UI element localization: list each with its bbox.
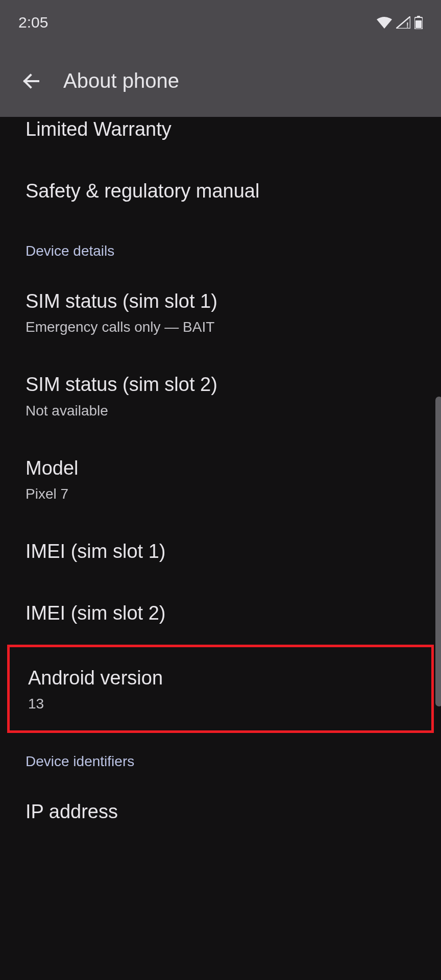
section-header-device-details: Device details	[26, 223, 415, 271]
item-title: SIM status (sim slot 1)	[26, 289, 415, 314]
scroll-indicator[interactable]	[435, 397, 441, 706]
item-title: Safety & regulatory manual	[26, 179, 415, 204]
list-item-sim-status-1[interactable]: SIM status (sim slot 1) Emergency calls …	[26, 271, 415, 354]
list-item-safety-manual[interactable]: Safety & regulatory manual	[26, 160, 415, 222]
item-title: IMEI (sim slot 1)	[26, 539, 415, 564]
list-item-sim-status-2[interactable]: SIM status (sim slot 2) Not available	[26, 354, 415, 437]
item-title: IMEI (sim slot 2)	[26, 601, 415, 626]
page-title: About phone	[63, 69, 179, 92]
status-time: 2:05	[18, 14, 48, 31]
item-title: SIM status (sim slot 2)	[26, 372, 415, 397]
item-title: Android version	[28, 666, 413, 691]
svg-rect-3	[415, 20, 422, 28]
item-subtitle: 13	[28, 696, 413, 712]
list-item-ip-address[interactable]: IP address	[26, 781, 415, 843]
battery-icon	[414, 16, 423, 29]
arrow-back-icon	[20, 71, 41, 91]
item-subtitle: Pixel 7	[26, 486, 415, 502]
item-subtitle: Not available	[26, 403, 415, 419]
list-item-imei-1[interactable]: IMEI (sim slot 1)	[26, 521, 415, 582]
status-icons: !	[377, 16, 423, 29]
section-header-device-identifiers: Device identifiers	[26, 733, 415, 781]
list-item-limited-warranty[interactable]: Limited Warranty	[26, 117, 415, 160]
app-bar: About phone	[0, 45, 441, 117]
item-title: Limited Warranty	[26, 117, 415, 142]
wifi-icon	[377, 16, 392, 29]
list-item-android-version[interactable]: Android version 13	[7, 645, 434, 733]
list-item-model[interactable]: Model Pixel 7	[26, 437, 415, 521]
list-item-imei-2[interactable]: IMEI (sim slot 2)	[26, 582, 415, 644]
signal-icon: !	[396, 16, 410, 29]
item-subtitle: Emergency calls only — BAIT	[26, 319, 415, 335]
content-list[interactable]: Limited Warranty Safety & regulatory man…	[0, 117, 441, 980]
item-title: Model	[26, 456, 415, 481]
svg-text:!: !	[406, 21, 409, 29]
item-title: IP address	[26, 799, 415, 824]
status-bar: 2:05 !	[0, 0, 441, 45]
back-button[interactable]	[18, 69, 43, 93]
